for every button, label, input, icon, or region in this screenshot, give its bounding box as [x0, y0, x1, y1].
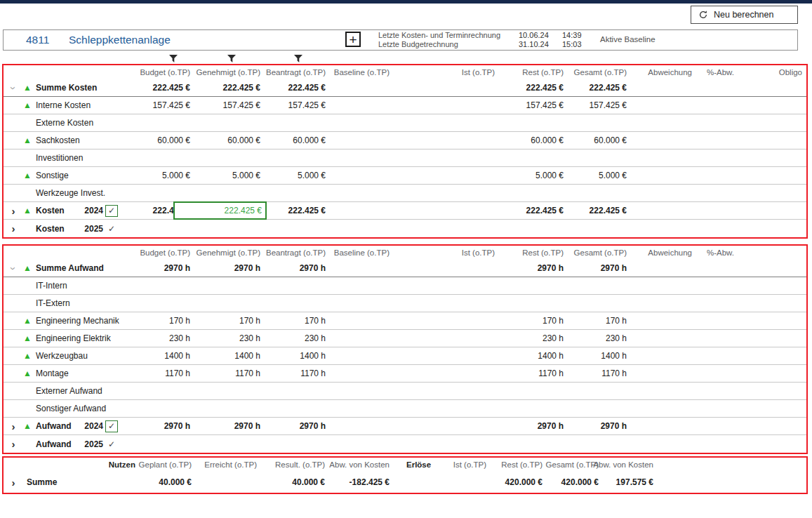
- value-cell: [327, 132, 391, 149]
- value-cell: [327, 312, 391, 329]
- value-cell: 1170 h: [149, 365, 192, 382]
- value-cell: [693, 347, 736, 364]
- value-cell: 60.000 €: [565, 132, 628, 149]
- expander-icon[interactable]: ›: [4, 438, 23, 450]
- value-cell: [628, 202, 693, 219]
- table-row: Externer Aufwand: [4, 383, 806, 400]
- value-cell: [391, 260, 496, 277]
- value-cell: [693, 97, 736, 114]
- row-values: 230 h230 h230 h230 h230 h: [149, 330, 806, 347]
- recalculate-button[interactable]: Neu berechnen: [691, 6, 798, 24]
- value-cell: [262, 383, 327, 399]
- value-cell: [628, 365, 693, 382]
- value-cell: [391, 347, 496, 364]
- filter-icon[interactable]: [168, 54, 178, 63]
- app-window: Neu berechnen 4811 Schleppkettenanlage +…: [0, 0, 812, 518]
- value-cell: 230 h: [192, 330, 262, 347]
- value-cell: [565, 220, 628, 237]
- aufwand-rows: › ▲ Summe Aufwand 2970 h2970 h2970 h2970…: [4, 260, 806, 453]
- table-row: ▲ Engineering Elektrik 230 h230 h230 h23…: [4, 330, 806, 347]
- value-cell: [565, 150, 628, 166]
- table-row: ▲ Interne Kosten 157.425 €157.425 €157.4…: [4, 97, 806, 114]
- table-row: › Aufwand 2025 ✓: [4, 435, 806, 453]
- row-label: Werkzeugbau: [36, 351, 81, 361]
- filter-icon[interactable]: [227, 54, 237, 63]
- value-cell: [628, 418, 693, 434]
- value-cell: 2970 h: [149, 260, 192, 277]
- nutzen-table: Nutzen Geplant (o.TP) Erreicht (o.TP) Re…: [2, 456, 808, 494]
- value-cell: [327, 365, 391, 382]
- expander-icon[interactable]: ›: [4, 477, 23, 489]
- value-cell: [391, 114, 496, 131]
- value-cell: [693, 435, 736, 453]
- checkbox[interactable]: ✓: [108, 440, 115, 449]
- value-cell: [496, 400, 565, 417]
- value-cell: [628, 185, 693, 201]
- column-header: Budget (o.TP): [149, 65, 192, 79]
- value-cell: -182.425 €: [326, 472, 391, 493]
- value-cell: [327, 114, 391, 131]
- highlighted-value-cell[interactable]: 222.425 €: [173, 201, 267, 220]
- value-cell: 60.000 €: [262, 132, 327, 149]
- expander-icon[interactable]: ›: [4, 420, 23, 432]
- column-header: Gesamt (o.TP): [544, 458, 600, 472]
- year-label: 2024: [81, 421, 103, 431]
- column-header: Rest (o.TP): [488, 458, 544, 472]
- value-cell: 230 h: [262, 330, 327, 347]
- aufwand-table: Budget (o.TP) Genehmigt (o.TP) Beantragt…: [2, 244, 808, 454]
- value-cell: [149, 277, 192, 294]
- value-cell: [565, 435, 628, 453]
- table-row: › Kosten 2025 ✓: [4, 220, 806, 237]
- expander-icon[interactable]: ›: [8, 258, 20, 278]
- value-cell: [628, 220, 693, 237]
- checkbox[interactable]: ✓: [108, 225, 115, 233]
- value-cell: [736, 79, 804, 96]
- value-cell: [565, 277, 628, 294]
- value-cell: [327, 383, 391, 399]
- row-values: [149, 220, 806, 237]
- expander-icon[interactable]: ›: [4, 223, 23, 234]
- value-cell: [391, 97, 496, 114]
- value-cell: [628, 114, 693, 131]
- table-row: ▲ Sachkosten 60.000 €60.000 €60.000 €60.…: [4, 132, 806, 150]
- kosten-header-row: Budget (o.TP) Genehmigt (o.TP) Beantragt…: [4, 65, 806, 79]
- nutzen-corner-header: Nutzen: [23, 460, 135, 469]
- value-cell: [628, 260, 693, 277]
- table-row: › ▲ Aufwand 2024 ✓ 2970 h2970 h2970 h297…: [4, 418, 806, 435]
- value-cell: [693, 277, 736, 294]
- filter-icon[interactable]: [293, 54, 303, 63]
- value-cell: [693, 260, 736, 277]
- value-cell: 230 h: [565, 330, 628, 347]
- value-cell: [565, 400, 628, 417]
- last-budget-label: Letzte Budgetrechnung: [378, 40, 500, 49]
- expander-icon[interactable]: ›: [8, 78, 20, 98]
- value-cell: 170 h: [496, 312, 565, 329]
- value-cell: [391, 330, 496, 347]
- value-cell: 170 h: [565, 312, 628, 329]
- plus-icon[interactable]: +: [345, 32, 361, 47]
- value-cell: [736, 185, 804, 201]
- value-cell: 230 h: [149, 330, 192, 347]
- value-cell: 1400 h: [565, 347, 628, 364]
- kosten-rows: › ▲ Summe Kosten 222.425 €222.425 €222.4…: [4, 79, 806, 237]
- checkbox[interactable]: ✓: [105, 205, 118, 217]
- year-label: 2025: [81, 439, 103, 449]
- value-cell: [446, 472, 488, 493]
- value-cell: [496, 383, 565, 399]
- expander-icon[interactable]: ›: [4, 205, 23, 217]
- row-values: [149, 435, 806, 453]
- recalculate-label: Neu berechnen: [714, 10, 773, 20]
- checkbox[interactable]: ✓: [105, 420, 118, 432]
- value-cell: [327, 400, 391, 417]
- value-cell: 197.575 €: [600, 472, 655, 493]
- value-cell: 40.000 €: [258, 472, 326, 493]
- value-cell: 2970 h: [262, 418, 327, 434]
- table-row: Externe Kosten: [4, 114, 806, 132]
- value-cell: [192, 435, 262, 453]
- value-cell: [327, 150, 391, 166]
- table-row: › Summe 40.000 €40.000 €-182.425 €420.00…: [4, 472, 806, 493]
- project-header: 4811 Schleppkettenanlage + Letzte Kosten…: [3, 29, 798, 51]
- value-cell: 60.000 €: [192, 132, 262, 149]
- value-cell: [192, 150, 262, 166]
- column-header: Erlöse: [391, 458, 446, 472]
